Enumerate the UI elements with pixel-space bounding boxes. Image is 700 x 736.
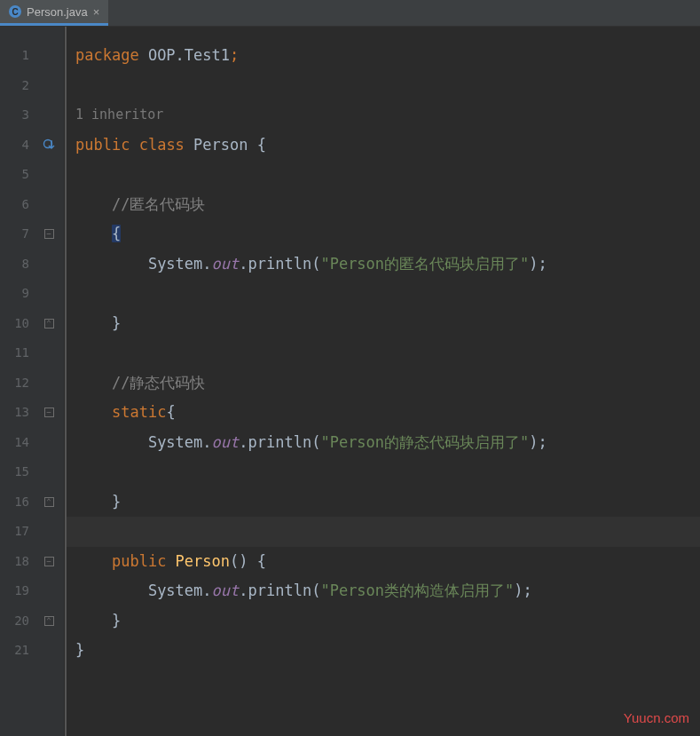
code-line [75, 160, 700, 190]
line-number[interactable]: 6 [0, 190, 29, 220]
gutter: 1 2 3 4 5 6 7 8 9 10 11 12 13 14 15 16 1… [0, 27, 64, 736]
line-number[interactable]: 21 [0, 636, 29, 666]
code-line: } [75, 636, 700, 666]
code-line: static{ [75, 398, 700, 428]
code-line: System.out.println("Person类的构造体启用了"); [75, 576, 700, 606]
code-area[interactable]: package OOP.Test1; 1 inheritor public cl… [65, 27, 700, 736]
line-number[interactable]: 7 [0, 219, 29, 249]
override-icon[interactable] [43, 138, 55, 151]
line-number[interactable]: 11 [0, 338, 29, 368]
fold-end-icon[interactable]: ⌃ [44, 616, 54, 626]
code-line [75, 279, 700, 309]
line-number[interactable]: 2 [0, 71, 29, 101]
code-line: System.out.println("Person的静态代码块启用了"); [75, 428, 700, 458]
code-line: package OOP.Test1; [75, 41, 700, 71]
tab-bar: C Person.java × [0, 0, 700, 27]
close-icon[interactable]: × [93, 5, 100, 19]
code-line [75, 338, 700, 368]
line-number[interactable]: 5 [0, 160, 29, 190]
line-number[interactable]: 12 [0, 368, 29, 399]
line-number[interactable]: 8 [0, 249, 29, 280]
code-line: //匿名代码块 [75, 190, 700, 220]
inlay-hint: 1 inheritor [75, 100, 700, 131]
code-line [75, 666, 700, 696]
fold-collapse-icon[interactable]: − [44, 408, 54, 417]
code-line: } [75, 606, 700, 637]
class-file-icon: C [9, 5, 21, 18]
line-number[interactable]: 17 [0, 517, 29, 547]
code-line: System.out.println("Person的匿名代码块启用了"); [75, 249, 700, 280]
code-line: //静态代码快 [75, 368, 700, 399]
line-number[interactable]: 16 [0, 487, 29, 518]
line-number[interactable]: 1 [0, 41, 29, 71]
watermark: Yuucn.com [624, 710, 689, 725]
editor: 1 2 3 4 5 6 7 8 9 10 11 12 13 14 15 16 1… [0, 27, 700, 736]
line-number[interactable]: 13 [0, 398, 29, 428]
line-number[interactable]: 9 [0, 279, 29, 309]
fold-collapse-icon[interactable]: − [44, 229, 54, 239]
fold-collapse-icon[interactable]: − [44, 557, 54, 566]
gutter-icons: − ⌃ − ⌃ − ⌃ [40, 41, 58, 695]
svg-point-0 [44, 140, 52, 148]
code-line: public class Person { [75, 131, 700, 161]
tab-filename: Person.java [27, 5, 88, 19]
line-number[interactable]: 20 [0, 606, 29, 637]
fold-end-icon[interactable]: ⌃ [44, 319, 54, 328]
code-line-current [67, 517, 700, 547]
line-number[interactable]: 18 [0, 547, 29, 577]
line-number[interactable]: 15 [0, 457, 29, 487]
fold-end-icon[interactable]: ⌃ [44, 497, 54, 507]
line-number[interactable]: 4 [0, 131, 29, 161]
line-number[interactable]: 10 [0, 309, 29, 339]
code-line: public Person() { [75, 547, 700, 577]
tab-person-java[interactable]: C Person.java × [0, 0, 108, 26]
line-number[interactable]: 3 [0, 100, 29, 131]
line-number[interactable]: 14 [0, 428, 29, 458]
code-line: } [75, 309, 700, 339]
code-line: } [75, 487, 700, 518]
code-line: { [75, 219, 700, 249]
line-number[interactable]: 19 [0, 576, 29, 606]
code-line [75, 71, 700, 101]
code-line [75, 457, 700, 487]
